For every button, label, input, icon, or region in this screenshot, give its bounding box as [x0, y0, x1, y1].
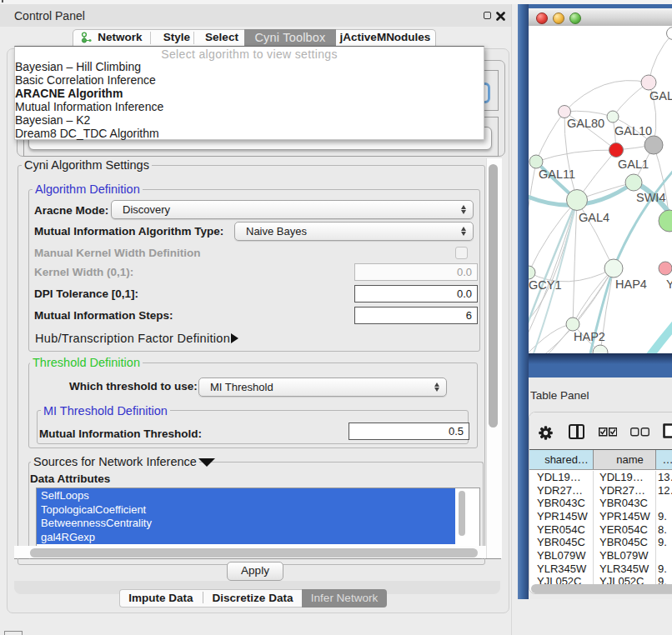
- svg-text:GAL10: GAL10: [614, 124, 652, 138]
- svg-text:SWI4: SWI4: [636, 191, 665, 204]
- svg-text:GCY1: GCY1: [529, 278, 562, 292]
- svg-text:HAP2: HAP2: [574, 330, 605, 343]
- svg-text:GAL7: GAL7: [649, 89, 672, 102]
- svg-text:HAP4: HAP4: [615, 278, 647, 291]
- svg-text:GAL1: GAL1: [618, 158, 649, 171]
- svg-text:GAL4: GAL4: [579, 211, 609, 224]
- svg-text:GAL11: GAL11: [539, 168, 575, 181]
- svg-text:GAL80: GAL80: [567, 117, 604, 130]
- svg-text:YJ: YJ: [666, 278, 672, 291]
